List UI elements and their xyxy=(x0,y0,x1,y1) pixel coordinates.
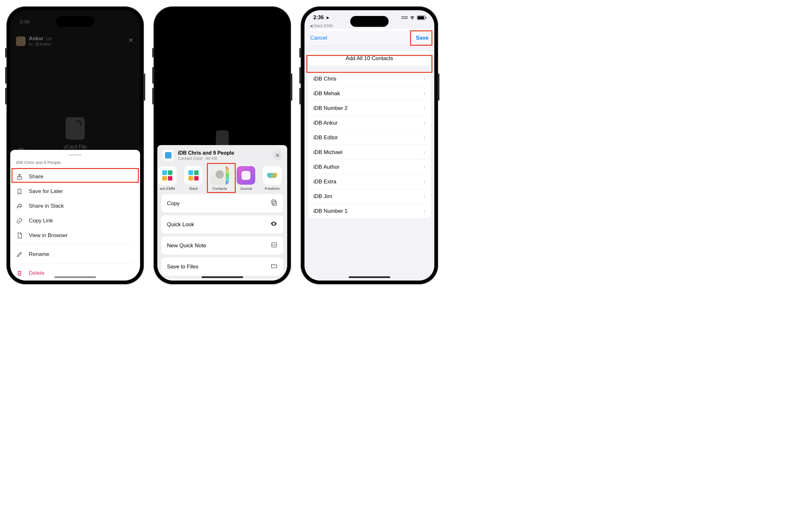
sheet-title: iDB Chris and 9 People xyxy=(10,159,140,169)
sheet-grabber[interactable] xyxy=(69,154,81,156)
contact-name: iDB Ankur xyxy=(313,120,338,126)
chevron-right-icon: › xyxy=(423,164,425,170)
contact-row[interactable]: iDB Ankur› xyxy=(308,116,431,130)
save-button[interactable]: Save xyxy=(416,35,428,41)
menu-save-later[interactable]: Save for Later xyxy=(10,184,140,199)
action-web-snapshot[interactable]: Web Snapshot P xyxy=(161,279,283,281)
contact-row[interactable]: iDB Mehak› xyxy=(308,86,431,101)
menu-view-browser[interactable]: View in Browser xyxy=(10,228,140,243)
location-icon: ➤ xyxy=(326,15,329,20)
contact-row[interactable]: iDB Jim› xyxy=(308,189,431,204)
menu-separator xyxy=(16,245,134,245)
pencil-icon xyxy=(16,251,23,258)
chevron-right-icon: › xyxy=(423,134,425,141)
volume-down xyxy=(152,88,153,104)
contact-name: iDB Number 1 xyxy=(313,208,348,214)
phone-2-frame: iDB Chris and 9 People Contact Card · 84… xyxy=(153,6,291,284)
home-indicator[interactable] xyxy=(349,277,390,278)
contact-row[interactable]: iDB Author› xyxy=(308,160,431,174)
back-to-app[interactable]: ◀ Slack EMM xyxy=(310,24,333,28)
contact-row[interactable]: iDB Number 1› xyxy=(308,204,431,218)
power-button xyxy=(291,74,292,101)
chevron-right-icon: › xyxy=(423,105,425,112)
power-button xyxy=(438,74,439,101)
contact-row[interactable]: iDB Extra› xyxy=(308,174,431,189)
phone-2-screen: iDB Chris and 9 People Contact Card · 84… xyxy=(157,10,287,281)
cancel-button[interactable]: Cancel xyxy=(310,35,327,41)
action-new-note[interactable]: New Quick Note xyxy=(161,236,283,255)
share-sheet: iDB Chris and 9 People Contact Card · 84… xyxy=(157,145,287,281)
phone-3-screen: 2:36 ➤ ◀ Slack EMM Cancel Save Add All 1… xyxy=(305,10,434,281)
app-slack[interactable]: Slack xyxy=(180,166,207,190)
folder-icon xyxy=(271,262,278,271)
app-label: Slack xyxy=(189,187,198,190)
slack-icon xyxy=(184,166,203,185)
contact-name: iDB Editor xyxy=(313,134,338,141)
contact-row[interactable]: iDB Michael› xyxy=(308,145,431,160)
contact-name: iDB Author xyxy=(313,164,339,170)
chevron-right-icon: › xyxy=(423,75,425,82)
share-subtitle: Contact Card · 84 KB xyxy=(178,156,273,161)
home-indicator[interactable] xyxy=(201,277,243,278)
svg-rect-1 xyxy=(273,201,276,206)
menu-separator xyxy=(16,264,134,264)
action-save-files[interactable]: Save to Files xyxy=(161,258,283,276)
chevron-right-icon: › xyxy=(423,90,425,97)
menu-share[interactable]: Share xyxy=(10,169,140,184)
menu-save-later-label: Save for Later xyxy=(29,188,63,195)
menu-share-slack[interactable]: Share in Slack xyxy=(10,199,140,213)
contact-row[interactable]: iDB Editor› xyxy=(308,130,431,145)
link-icon xyxy=(16,217,23,224)
menu-rename[interactable]: Rename xyxy=(10,247,140,262)
document-icon xyxy=(16,232,23,239)
close-icon[interactable]: ✕ xyxy=(128,36,134,44)
status-time: 2:36 xyxy=(20,19,30,24)
forward-icon xyxy=(16,203,23,210)
app-journal[interactable]: Journal xyxy=(233,166,259,190)
svg-rect-2 xyxy=(272,200,275,204)
app-slack-emm[interactable]: ack EMM xyxy=(157,166,180,190)
phone-3-frame: 2:36 ➤ ◀ Slack EMM Cancel Save Add All 1… xyxy=(300,6,438,284)
app-contacts[interactable]: Contacts xyxy=(207,166,233,190)
author-time: 1m xyxy=(45,36,52,41)
menu-delete[interactable]: Delete xyxy=(10,266,140,281)
menu-copy-link[interactable]: Copy Link xyxy=(10,213,140,228)
menu-copy-link-label: Copy Link xyxy=(29,217,53,224)
freeform-icon xyxy=(263,166,281,185)
action-quicklook[interactable]: Quick Look xyxy=(161,215,283,233)
volume-down xyxy=(299,88,300,104)
copy-icon xyxy=(271,199,278,208)
action-save-files-label: Save to Files xyxy=(167,264,198,270)
three-phone-canvas: 2:36 Ankur1m in: @Ankur ✕ vCard File Vie… xyxy=(6,6,799,284)
action-copy[interactable]: Copy xyxy=(161,194,283,212)
add-all-button[interactable]: Add All 10 Contacts xyxy=(308,51,431,66)
navbar: Cancel Save xyxy=(305,31,434,45)
status-time: 2:36 xyxy=(313,15,324,20)
chevron-right-icon: › xyxy=(423,178,425,185)
share-sheet-header: iDB Chris and 9 People Contact Card · 84… xyxy=(157,145,287,165)
action-copy-label: Copy xyxy=(167,200,180,207)
menu-share-label: Share xyxy=(29,173,43,180)
action-quicklook-label: Quick Look xyxy=(167,222,194,228)
volume-up xyxy=(5,67,6,84)
contacts-list: iDB Chris› iDB Mehak› iDB Number 2› iDB … xyxy=(308,72,431,218)
close-share-button[interactable]: ✕ xyxy=(273,151,282,160)
phone-1-frame: 2:36 Ankur1m in: @Ankur ✕ vCard File Vie… xyxy=(6,6,144,284)
home-indicator[interactable] xyxy=(54,277,96,278)
contact-row[interactable]: iDB Chris› xyxy=(308,72,431,86)
app-freeform[interactable]: Freeform xyxy=(259,166,285,190)
contact-name: iDB Chris xyxy=(313,76,336,82)
volume-up xyxy=(152,67,153,84)
journal-icon xyxy=(237,166,255,185)
app-label: ack EMM xyxy=(160,187,175,190)
avatar xyxy=(16,36,25,46)
file-type-label: vCard File xyxy=(60,144,91,150)
share-app-row[interactable]: ack EMM Slack Contacts Journal xyxy=(157,165,287,194)
contact-row[interactable]: iDB Number 2› xyxy=(308,101,431,116)
slack-file-header: Ankur1m in: @Ankur ✕ xyxy=(10,33,140,50)
file-icon xyxy=(66,117,85,140)
volume-up xyxy=(299,67,300,84)
dynamic-island xyxy=(350,16,389,27)
share-actions: Copy Quick Look New Quick Note Save to F… xyxy=(157,194,287,281)
svg-rect-3 xyxy=(272,243,277,247)
